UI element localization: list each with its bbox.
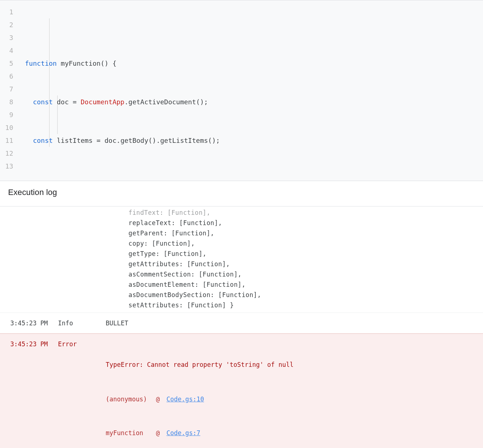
keyword-const: const bbox=[33, 137, 53, 144]
log-line: getType: [Function], bbox=[128, 250, 207, 257]
variable: listItems bbox=[57, 137, 93, 144]
log-level: Error bbox=[58, 339, 106, 448]
log-level: Info bbox=[58, 318, 106, 328]
stack-trace-line: (anonymous) @ Code.gs:10 bbox=[106, 393, 483, 406]
log-object-dump: findText: [Function], replaceText: [Func… bbox=[0, 206, 483, 312]
keyword-function: function bbox=[25, 59, 57, 67]
stack-trace-line: myFunction @ Code.gs:7 bbox=[106, 426, 483, 440]
line-number: 6 bbox=[0, 70, 18, 83]
log-message: TypeError: Cannot read property 'toStrin… bbox=[106, 339, 483, 448]
code-line[interactable]: function myFunction() { bbox=[18, 57, 483, 70]
log-line: copy: [Function], bbox=[128, 240, 195, 247]
log-timestamp: 3:45:23 PM bbox=[10, 339, 58, 448]
error-message: TypeError: Cannot read property 'toStrin… bbox=[106, 360, 483, 370]
class-name: DocumentApp bbox=[81, 98, 124, 106]
execution-log-header[interactable]: Execution log bbox=[0, 181, 483, 206]
trace-at: @ bbox=[155, 429, 161, 437]
line-number: 8 bbox=[0, 95, 18, 108]
log-line: getAttributes: [Function], bbox=[128, 260, 230, 268]
method: getActiveDocument bbox=[128, 98, 196, 106]
trace-function: myFunction bbox=[106, 429, 143, 437]
line-number: 11 bbox=[0, 134, 18, 147]
code-content[interactable]: function myFunction() { const doc = Docu… bbox=[18, 0, 483, 181]
method: getListItems bbox=[160, 137, 208, 144]
line-number: 9 bbox=[0, 108, 18, 121]
log-line: getParent: [Function], bbox=[128, 230, 214, 237]
line-number: 5 bbox=[0, 57, 18, 70]
line-number: 12 bbox=[0, 147, 18, 160]
trace-source-link[interactable]: Code.gs:7 bbox=[167, 429, 200, 437]
variable: doc bbox=[57, 98, 69, 106]
line-number: 2 bbox=[0, 18, 18, 31]
log-message: BULLET bbox=[106, 318, 483, 328]
code-line[interactable]: const doc = DocumentApp.getActiveDocumen… bbox=[18, 95, 483, 108]
execution-log[interactable]: findText: [Function], replaceText: [Func… bbox=[0, 206, 483, 448]
line-number: 1 bbox=[0, 6, 18, 18]
log-line: asCommentSection: [Function], bbox=[128, 271, 242, 278]
line-number: 13 bbox=[0, 160, 18, 173]
log-line: asDocumentElement: [Function], bbox=[128, 281, 246, 288]
code-line[interactable] bbox=[18, 173, 483, 181]
method: getBody bbox=[120, 137, 148, 144]
log-entry-error: 3:45:23 PM Error TypeError: Cannot read … bbox=[0, 333, 483, 448]
trace-function: (anonymous) bbox=[106, 395, 147, 403]
trace-at: @ bbox=[155, 395, 161, 403]
execution-log-title: Execution log bbox=[8, 188, 57, 197]
log-line: replaceText: [Function], bbox=[128, 219, 222, 227]
trace-source-link[interactable]: Code.gs:10 bbox=[167, 395, 204, 403]
function-name: myFunction bbox=[61, 59, 101, 67]
line-number: 4 bbox=[0, 44, 18, 57]
code-editor[interactable]: 1 2 3 4 5 6 7 8 9 10 11 12 13 function m… bbox=[0, 0, 483, 181]
log-entry-info: 3:45:23 PM Info BULLET bbox=[0, 312, 483, 333]
line-number: 3 bbox=[0, 31, 18, 44]
line-number: 10 bbox=[0, 121, 18, 134]
log-line: asDocumentBodySection: [Function], bbox=[128, 291, 261, 299]
variable: doc bbox=[105, 137, 117, 144]
keyword-const: const bbox=[33, 98, 53, 106]
log-line: setAttributes: [Function] } bbox=[128, 301, 234, 309]
line-number-gutter: 1 2 3 4 5 6 7 8 9 10 11 12 13 bbox=[0, 0, 18, 181]
code-line[interactable]: const listItems = doc.getBody().getListI… bbox=[18, 134, 483, 147]
line-number: 7 bbox=[0, 83, 18, 95]
log-timestamp: 3:45:23 PM bbox=[10, 318, 58, 328]
log-line: findText: [Function], bbox=[128, 209, 210, 216]
